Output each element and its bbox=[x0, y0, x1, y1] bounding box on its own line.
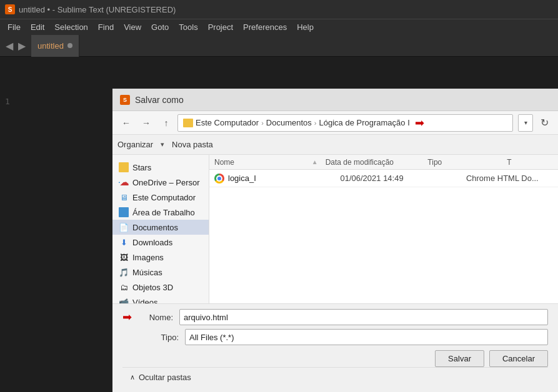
nav-item-downloads[interactable]: ⬇ Downloads bbox=[112, 235, 209, 250]
nav-label-music: Músicas bbox=[132, 268, 162, 277]
nav-label-desktop: Área de Trabalho bbox=[132, 208, 195, 217]
file-type-col: Chrome HTML Do... bbox=[461, 174, 558, 183]
tab-next-arrow[interactable]: ▶ bbox=[16, 39, 27, 53]
sort-asc-icon: ▲ bbox=[312, 159, 321, 165]
nav-label-documents: Documentos bbox=[132, 223, 178, 232]
nav-label-images: Imagens bbox=[132, 253, 164, 262]
nav-label-downloads: Downloads bbox=[132, 238, 172, 247]
breadcrumb-arrow-indicator: ➡ bbox=[415, 116, 424, 130]
col-header-name[interactable]: Nome bbox=[209, 158, 312, 167]
nav-label-onedrive: OneDrive – Persor bbox=[132, 178, 200, 187]
tab-nav-arrows: ◀ ▶ bbox=[0, 39, 31, 53]
menu-preferences[interactable]: Preferences bbox=[238, 21, 292, 33]
3d-icon: 🗂 bbox=[119, 282, 129, 292]
file-name-col: logica_I bbox=[209, 174, 335, 184]
chrome-file-icon bbox=[214, 174, 224, 184]
dialog-footer: ➡ Nome: Tipo: Salvar Cancelar ∧ Ocultar … bbox=[112, 303, 558, 392]
menu-goto[interactable]: Goto bbox=[146, 21, 174, 33]
up-button[interactable]: ↑ bbox=[157, 114, 175, 132]
name-label: Nome: bbox=[136, 313, 173, 322]
nav-item-computer[interactable]: 🖥 Este Computador bbox=[112, 190, 209, 205]
hide-folders-row[interactable]: ∧ Ocultar pastas bbox=[122, 367, 548, 387]
filename-input[interactable] bbox=[179, 309, 548, 325]
breadcrumb-bar[interactable]: Este Computador › Documentos › Lógica de… bbox=[177, 114, 513, 132]
breadcrumb-current: Lógica de Programação I bbox=[319, 118, 410, 127]
chevron-up-icon: ∧ bbox=[130, 373, 135, 381]
tab-prev-arrow[interactable]: ◀ bbox=[4, 39, 15, 53]
forward-button[interactable]: → bbox=[137, 114, 155, 132]
nav-item-videos[interactable]: 📹 Vídeos bbox=[112, 295, 209, 303]
menu-tools[interactable]: Tools bbox=[174, 21, 202, 33]
organize-arrow-icon: ▾ bbox=[161, 140, 164, 149]
tab-label: untitled bbox=[37, 41, 64, 51]
col-header-size[interactable]: T bbox=[502, 158, 558, 167]
cancel-button[interactable]: Cancelar bbox=[489, 350, 548, 367]
nav-item-3d[interactable]: 🗂 Objetos 3D bbox=[112, 280, 209, 295]
app-icon: S bbox=[5, 4, 15, 14]
file-list-header: Nome ▲ Data de modificação Tipo T bbox=[209, 155, 558, 170]
dialog-app-icon: S bbox=[120, 95, 130, 105]
toolbar-right: ▾ ↻ bbox=[518, 114, 553, 132]
table-row[interactable]: logica_I 01/06/2021 14:49 Chrome HTML Do… bbox=[209, 170, 558, 187]
desktop-icon bbox=[119, 207, 129, 217]
hide-folders-label: Ocultar pastas bbox=[139, 373, 191, 382]
nav-item-music[interactable]: 🎵 Músicas bbox=[112, 265, 209, 280]
file-panel-toolbar: Organizar ▾ Nova pasta bbox=[112, 135, 558, 155]
type-label: Tipo: bbox=[141, 333, 179, 342]
nav-label-stars: Stars bbox=[132, 163, 151, 172]
title-bar: S untitled • - Sublime Text (UNREGISTERE… bbox=[0, 0, 558, 19]
filetype-input[interactable] bbox=[185, 329, 548, 345]
editor-area: ◀ ▶ untitled 1 S Salvar como ← → ↑ Este … bbox=[0, 35, 558, 392]
menu-file[interactable]: File bbox=[2, 21, 26, 33]
save-dialog: S Salvar como ← → ↑ Este Computador › Do… bbox=[112, 89, 558, 392]
nav-item-stars[interactable]: Stars bbox=[112, 160, 209, 175]
music-icon: 🎵 bbox=[119, 267, 129, 277]
images-icon: 🖼 bbox=[119, 252, 129, 262]
breadcrumb-computer: Este Computador bbox=[196, 118, 259, 127]
menu-view[interactable]: View bbox=[119, 21, 146, 33]
col-header-type[interactable]: Tipo bbox=[422, 158, 502, 167]
menu-help[interactable]: Help bbox=[292, 21, 319, 33]
file-panel: Nome ▲ Data de modificação Tipo T logica… bbox=[209, 155, 558, 303]
refresh-button[interactable]: ↻ bbox=[536, 114, 553, 132]
line-number-1: 1 bbox=[5, 97, 10, 106]
stars-icon bbox=[119, 162, 129, 172]
save-button[interactable]: Salvar bbox=[435, 350, 484, 367]
nav-label-videos: Vídeos bbox=[132, 298, 157, 304]
dialog-title-bar: S Salvar como bbox=[112, 89, 558, 111]
footer-name-row: ➡ Nome: bbox=[122, 309, 548, 325]
dialog-actions: Salvar Cancelar bbox=[122, 350, 548, 367]
videos-icon: 📹 bbox=[119, 297, 129, 303]
name-arrow-indicator: ➡ bbox=[122, 310, 132, 324]
menu-project[interactable]: Project bbox=[203, 21, 238, 33]
tab-untitled[interactable]: untitled bbox=[31, 35, 79, 57]
organize-button[interactable]: Organizar bbox=[117, 140, 153, 149]
window-title: untitled • - Sublime Text (UNREGISTERED) bbox=[19, 5, 176, 14]
menu-bar: File Edit Selection Find View Goto Tools… bbox=[0, 19, 558, 35]
new-folder-button[interactable]: Nova pasta bbox=[172, 140, 213, 149]
dialog-body: Stars ☁ OneDrive – Persor 🖥 Este Computa… bbox=[112, 155, 558, 303]
downloads-icon: ⬇ bbox=[119, 237, 129, 247]
breadcrumb-folder-icon bbox=[183, 119, 193, 127]
menu-find[interactable]: Find bbox=[93, 21, 119, 33]
back-button[interactable]: ← bbox=[117, 114, 135, 132]
breadcrumb-docs: Documentos bbox=[266, 118, 312, 127]
nav-panel: Stars ☁ OneDrive – Persor 🖥 Este Computa… bbox=[112, 155, 209, 303]
menu-edit[interactable]: Edit bbox=[26, 21, 49, 33]
onedrive-icon: ☁ bbox=[119, 177, 129, 187]
nav-item-documents[interactable]: 📄 Documentos bbox=[112, 220, 209, 235]
breadcrumb-dropdown[interactable]: ▾ bbox=[518, 114, 533, 132]
nav-item-images[interactable]: 🖼 Imagens bbox=[112, 250, 209, 265]
tab-unsaved-dot bbox=[67, 43, 72, 48]
nav-item-desktop[interactable]: Área de Trabalho bbox=[112, 205, 209, 220]
breadcrumb-sep-1: › bbox=[261, 119, 264, 127]
nav-item-onedrive[interactable]: ☁ OneDrive – Persor bbox=[112, 175, 209, 190]
file-date-col: 01/06/2021 14:49 bbox=[335, 174, 461, 183]
line-numbers: 1 bbox=[0, 92, 25, 106]
dialog-toolbar: ← → ↑ Este Computador › Documentos › Lóg… bbox=[112, 111, 558, 135]
file-list: logica_I 01/06/2021 14:49 Chrome HTML Do… bbox=[209, 170, 558, 303]
menu-selection[interactable]: Selection bbox=[49, 21, 92, 33]
tab-bar: ◀ ▶ untitled bbox=[0, 35, 558, 57]
dialog-title-text: Salvar como bbox=[135, 95, 184, 105]
col-header-date[interactable]: Data de modificação bbox=[321, 158, 423, 167]
